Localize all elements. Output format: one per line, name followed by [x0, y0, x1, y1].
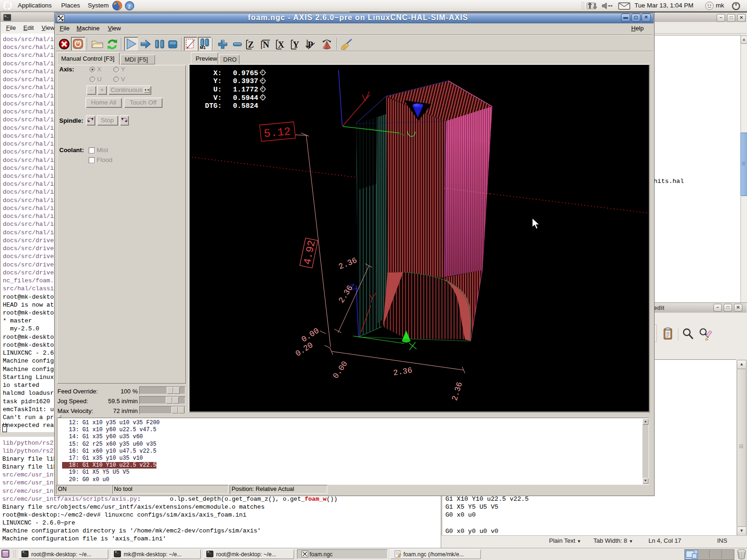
svg-text:4.92: 4.92	[302, 239, 318, 266]
svg-text:0.3937: 0.3937	[233, 77, 258, 85]
svg-text:M1: M1	[200, 45, 206, 49]
svg-text:2.36: 2.36	[338, 256, 359, 271]
svg-text:Y: Y	[293, 40, 299, 49]
svg-text:DTG:: DTG:	[205, 102, 222, 110]
svg-text:0.5944: 0.5944	[233, 94, 258, 102]
svg-text:2.36: 2.36	[337, 284, 355, 305]
svg-text:U:: U:	[213, 86, 222, 94]
svg-text:V:: V:	[213, 94, 222, 102]
svg-text:0.9765: 0.9765	[233, 70, 258, 77]
svg-text:Z: Z	[248, 40, 254, 49]
svg-text:2.36: 2.36	[393, 366, 413, 378]
svg-text:0.00: 0.00	[331, 359, 349, 380]
svg-text:?: ?	[128, 3, 131, 10]
svg-text:0.5824: 0.5824	[233, 102, 258, 110]
svg-text:X:: X:	[213, 70, 222, 77]
svg-text:Y:: Y:	[213, 77, 222, 85]
svg-text:N: N	[263, 40, 269, 49]
svg-text:2.36: 2.36	[450, 381, 464, 402]
svg-text:5.12: 5.12	[263, 126, 291, 140]
svg-text:X: X	[278, 40, 284, 49]
svg-text:1.1772: 1.1772	[233, 86, 258, 94]
